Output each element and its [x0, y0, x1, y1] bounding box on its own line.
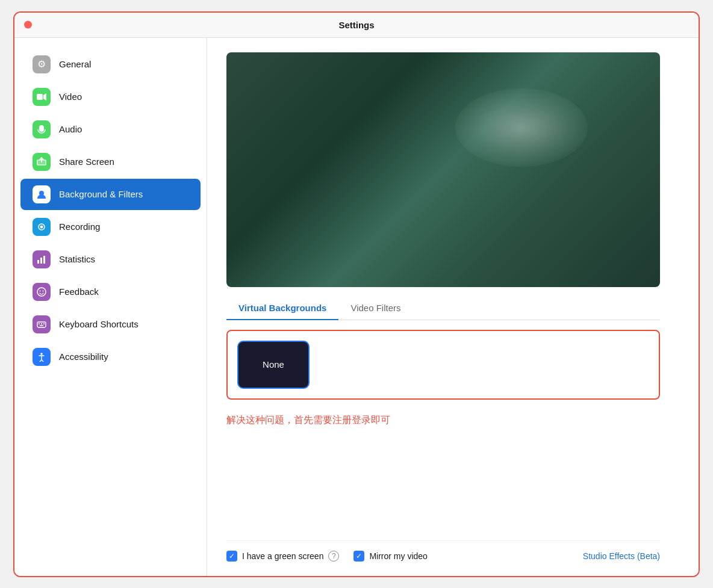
tabs-area: Virtual Backgrounds Video Filters	[226, 297, 660, 320]
accessibility-icon	[33, 348, 51, 366]
sidebar-label-statistics: Statistics	[59, 254, 95, 264]
feedback-icon	[33, 283, 51, 301]
sidebar-item-background-filters[interactable]: Background & Filters	[20, 179, 201, 210]
tab-virtual-backgrounds[interactable]: Virtual Backgrounds	[226, 297, 338, 320]
sidebar-item-audio[interactable]: Audio	[20, 114, 201, 145]
svg-point-9	[40, 225, 43, 228]
svg-point-14	[40, 290, 41, 291]
studio-effects-link[interactable]: Studio Effects (Beta)	[583, 551, 660, 561]
svg-rect-10	[37, 260, 39, 264]
green-screen-label: I have a green screen	[242, 551, 323, 561]
sidebar-item-video[interactable]: Video	[20, 81, 201, 113]
sidebar-label-background-filters: Background & Filters	[59, 189, 143, 199]
sidebar: ⚙ General Video Audio	[14, 38, 207, 576]
video-preview	[226, 52, 660, 287]
svg-point-13	[37, 288, 46, 296]
sidebar-item-statistics[interactable]: Statistics	[20, 244, 201, 275]
svg-rect-18	[41, 323, 42, 324]
sidebar-label-recording: Recording	[59, 221, 100, 232]
sidebar-item-share-screen[interactable]: Share Screen	[20, 146, 201, 178]
settings-window: Settings ⚙ General Video Audio	[13, 11, 700, 577]
green-screen-group: ✓ I have a green screen ?	[226, 551, 339, 562]
svg-rect-19	[43, 323, 45, 324]
audio-icon	[33, 120, 51, 138]
background-option-none[interactable]: None	[237, 341, 310, 389]
mirror-video-checkbox[interactable]: ✓	[353, 551, 364, 562]
sidebar-item-recording[interactable]: Recording	[20, 211, 201, 243]
video-icon	[33, 88, 51, 106]
sidebar-label-audio: Audio	[59, 124, 82, 134]
titlebar: Settings	[14, 13, 699, 38]
backgrounds-container: None	[226, 330, 660, 400]
sidebar-label-share-screen: Share Screen	[59, 156, 114, 167]
svg-rect-12	[43, 256, 45, 264]
content-area: ⚙ General Video Audio	[14, 38, 699, 576]
svg-point-15	[43, 290, 44, 291]
sidebar-label-feedback: Feedback	[59, 286, 99, 297]
recording-icon	[33, 218, 51, 236]
svg-rect-20	[40, 325, 43, 326]
sidebar-label-keyboard-shortcuts: Keyboard Shortcuts	[59, 319, 139, 329]
sidebar-item-general[interactable]: ⚙ General	[20, 49, 201, 80]
svg-marker-1	[43, 93, 46, 101]
svg-rect-17	[39, 323, 40, 324]
window-title: Settings	[338, 20, 374, 30]
sidebar-item-accessibility[interactable]: Accessibility	[20, 341, 201, 373]
svg-rect-0	[37, 94, 43, 100]
svg-rect-16	[37, 322, 46, 327]
video-glow	[455, 88, 588, 167]
sidebar-item-keyboard-shortcuts[interactable]: Keyboard Shortcuts	[20, 309, 201, 340]
share-screen-icon	[33, 153, 51, 171]
bottom-options: ✓ I have a green screen ? ✓ Mirror my vi…	[226, 540, 660, 562]
sidebar-label-video: Video	[59, 91, 82, 102]
sidebar-label-general: General	[59, 59, 91, 69]
close-button[interactable]	[24, 21, 32, 29]
main-content: Virtual Backgrounds Video Filters None 解…	[207, 38, 699, 576]
green-screen-checkbox[interactable]: ✓	[226, 551, 237, 562]
sidebar-item-feedback[interactable]: Feedback	[20, 276, 201, 308]
tab-video-filters[interactable]: Video Filters	[338, 297, 413, 320]
sidebar-label-accessibility: Accessibility	[59, 351, 108, 362]
background-none-label: None	[263, 359, 284, 370]
svg-point-21	[40, 353, 43, 355]
green-screen-help-icon[interactable]: ?	[328, 551, 339, 562]
general-icon: ⚙	[33, 55, 51, 73]
background-filters-icon	[33, 185, 51, 203]
mirror-video-group: ✓ Mirror my video	[353, 551, 427, 562]
svg-rect-11	[40, 258, 42, 264]
notice-text: 解决这种问题，首先需要注册登录即可	[226, 414, 679, 427]
statistics-icon	[33, 250, 51, 268]
keyboard-shortcuts-icon	[33, 315, 51, 333]
mirror-video-label: Mirror my video	[369, 551, 427, 561]
